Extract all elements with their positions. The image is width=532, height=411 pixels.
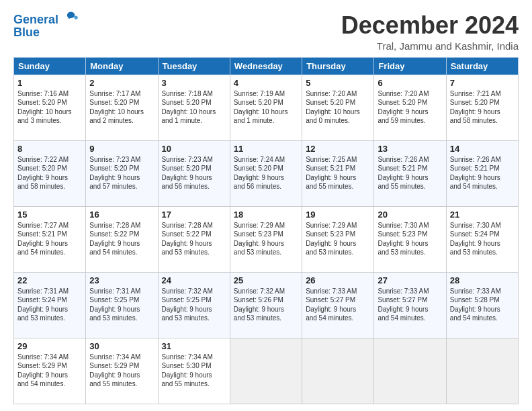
day-detail: Sunrise: 7:26 AM Sunset: 5:21 PM Dayligh…	[378, 155, 442, 191]
logo-text: General	[13, 13, 58, 27]
day-number: 2	[89, 78, 154, 88]
table-row	[230, 338, 302, 404]
day-number: 9	[89, 144, 154, 154]
day-detail: Sunrise: 7:31 AM Sunset: 5:25 PM Dayligh…	[89, 287, 154, 323]
day-number: 8	[17, 144, 82, 154]
logo-bird-icon	[60, 9, 79, 28]
day-number: 11	[234, 144, 298, 154]
table-row: 26Sunrise: 7:33 AM Sunset: 5:27 PM Dayli…	[302, 272, 374, 338]
day-number: 6	[378, 78, 442, 88]
table-row: 4Sunrise: 7:19 AM Sunset: 5:20 PM Daylig…	[230, 75, 302, 140]
day-number: 16	[89, 210, 154, 220]
day-detail: Sunrise: 7:20 AM Sunset: 5:20 PM Dayligh…	[306, 89, 370, 126]
col-friday: Friday	[374, 57, 446, 75]
col-sunday: Sunday	[14, 57, 86, 75]
col-monday: Monday	[86, 57, 158, 75]
day-number: 13	[378, 144, 442, 154]
table-row: 24Sunrise: 7:32 AM Sunset: 5:25 PM Dayli…	[158, 272, 230, 338]
day-detail: Sunrise: 7:34 AM Sunset: 5:29 PM Dayligh…	[17, 353, 82, 389]
day-number: 4	[234, 78, 298, 88]
day-number: 27	[378, 275, 442, 285]
day-detail: Sunrise: 7:22 AM Sunset: 5:20 PM Dayligh…	[17, 155, 82, 191]
day-detail: Sunrise: 7:29 AM Sunset: 5:23 PM Dayligh…	[306, 221, 370, 257]
table-row: 15Sunrise: 7:27 AM Sunset: 5:21 PM Dayli…	[14, 206, 86, 272]
day-number: 28	[450, 275, 515, 285]
day-number: 24	[162, 275, 226, 285]
day-detail: Sunrise: 7:31 AM Sunset: 5:24 PM Dayligh…	[17, 287, 82, 323]
table-row: 1Sunrise: 7:16 AM Sunset: 5:20 PM Daylig…	[14, 75, 86, 140]
day-number: 20	[378, 210, 442, 220]
day-number: 14	[450, 144, 515, 154]
day-detail: Sunrise: 7:25 AM Sunset: 5:21 PM Dayligh…	[306, 155, 370, 191]
day-detail: Sunrise: 7:28 AM Sunset: 5:22 PM Dayligh…	[89, 221, 154, 257]
day-detail: Sunrise: 7:18 AM Sunset: 5:20 PM Dayligh…	[162, 89, 226, 126]
table-row: 23Sunrise: 7:31 AM Sunset: 5:25 PM Dayli…	[86, 272, 158, 338]
col-saturday: Saturday	[446, 57, 518, 75]
table-row: 11Sunrise: 7:24 AM Sunset: 5:20 PM Dayli…	[230, 140, 302, 206]
calendar-table: Sunday Monday Tuesday Wednesday Thursday…	[13, 57, 519, 404]
table-row: 13Sunrise: 7:26 AM Sunset: 5:21 PM Dayli…	[374, 140, 446, 206]
table-row: 7Sunrise: 7:21 AM Sunset: 5:20 PM Daylig…	[446, 75, 518, 140]
table-row: 3Sunrise: 7:18 AM Sunset: 5:20 PM Daylig…	[158, 75, 230, 140]
day-number: 25	[234, 275, 298, 285]
title-block: December 2024 Tral, Jammu and Kashmir, I…	[341, 12, 519, 52]
calendar-header-row: Sunday Monday Tuesday Wednesday Thursday…	[14, 57, 519, 75]
day-number: 5	[306, 78, 370, 88]
table-row: 10Sunrise: 7:23 AM Sunset: 5:20 PM Dayli…	[158, 140, 230, 206]
day-number: 22	[17, 275, 82, 285]
col-tuesday: Tuesday	[158, 57, 230, 75]
table-row: 29Sunrise: 7:34 AM Sunset: 5:29 PM Dayli…	[14, 338, 86, 404]
day-detail: Sunrise: 7:30 AM Sunset: 5:23 PM Dayligh…	[378, 221, 442, 257]
table-row: 31Sunrise: 7:34 AM Sunset: 5:30 PM Dayli…	[158, 338, 230, 404]
day-number: 23	[89, 275, 154, 285]
day-number: 3	[162, 78, 226, 88]
day-detail: Sunrise: 7:23 AM Sunset: 5:20 PM Dayligh…	[162, 155, 226, 191]
table-row: 6Sunrise: 7:20 AM Sunset: 5:20 PM Daylig…	[374, 75, 446, 140]
day-detail: Sunrise: 7:28 AM Sunset: 5:22 PM Dayligh…	[162, 221, 226, 257]
day-detail: Sunrise: 7:30 AM Sunset: 5:24 PM Dayligh…	[450, 221, 515, 257]
table-row: 19Sunrise: 7:29 AM Sunset: 5:23 PM Dayli…	[302, 206, 374, 272]
table-row: 16Sunrise: 7:28 AM Sunset: 5:22 PM Dayli…	[86, 206, 158, 272]
table-row: 12Sunrise: 7:25 AM Sunset: 5:21 PM Dayli…	[302, 140, 374, 206]
day-detail: Sunrise: 7:33 AM Sunset: 5:27 PM Dayligh…	[306, 287, 370, 323]
day-number: 10	[162, 144, 226, 154]
day-number: 29	[17, 341, 82, 351]
day-detail: Sunrise: 7:23 AM Sunset: 5:20 PM Dayligh…	[89, 155, 154, 191]
table-row: 21Sunrise: 7:30 AM Sunset: 5:24 PM Dayli…	[446, 206, 518, 272]
calendar-title: December 2024	[341, 12, 519, 39]
table-row: 30Sunrise: 7:34 AM Sunset: 5:29 PM Dayli…	[86, 338, 158, 404]
day-detail: Sunrise: 7:24 AM Sunset: 5:20 PM Dayligh…	[234, 155, 298, 191]
table-row: 18Sunrise: 7:29 AM Sunset: 5:23 PM Dayli…	[230, 206, 302, 272]
day-number: 7	[450, 78, 515, 88]
day-number: 30	[89, 341, 154, 351]
day-number: 1	[17, 78, 82, 88]
table-row: 5Sunrise: 7:20 AM Sunset: 5:20 PM Daylig…	[302, 75, 374, 140]
table-row: 17Sunrise: 7:28 AM Sunset: 5:22 PM Dayli…	[158, 206, 230, 272]
table-row: 9Sunrise: 7:23 AM Sunset: 5:20 PM Daylig…	[86, 140, 158, 206]
col-wednesday: Wednesday	[230, 57, 302, 75]
day-number: 26	[306, 275, 370, 285]
table-row: 2Sunrise: 7:17 AM Sunset: 5:20 PM Daylig…	[86, 75, 158, 140]
logo: General Blue	[13, 12, 79, 40]
table-row	[446, 338, 518, 404]
day-detail: Sunrise: 7:19 AM Sunset: 5:20 PM Dayligh…	[234, 89, 298, 126]
day-detail: Sunrise: 7:16 AM Sunset: 5:20 PM Dayligh…	[17, 89, 82, 126]
table-row: 14Sunrise: 7:26 AM Sunset: 5:21 PM Dayli…	[446, 140, 518, 206]
day-number: 12	[306, 144, 370, 154]
calendar-week-row: 8Sunrise: 7:22 AM Sunset: 5:20 PM Daylig…	[14, 140, 519, 206]
day-detail: Sunrise: 7:29 AM Sunset: 5:23 PM Dayligh…	[234, 221, 298, 257]
day-number: 21	[450, 210, 515, 220]
day-number: 19	[306, 210, 370, 220]
calendar-week-row: 15Sunrise: 7:27 AM Sunset: 5:21 PM Dayli…	[14, 206, 519, 272]
table-row	[302, 338, 374, 404]
table-row: 27Sunrise: 7:33 AM Sunset: 5:27 PM Dayli…	[374, 272, 446, 338]
day-detail: Sunrise: 7:17 AM Sunset: 5:20 PM Dayligh…	[89, 89, 154, 126]
day-number: 15	[17, 210, 82, 220]
header: General Blue December 2024 Tral, Jammu a…	[13, 12, 519, 52]
day-number: 17	[162, 210, 226, 220]
day-number: 31	[162, 341, 226, 351]
table-row: 8Sunrise: 7:22 AM Sunset: 5:20 PM Daylig…	[14, 140, 86, 206]
calendar-week-row: 1Sunrise: 7:16 AM Sunset: 5:20 PM Daylig…	[14, 75, 519, 140]
day-detail: Sunrise: 7:26 AM Sunset: 5:21 PM Dayligh…	[450, 155, 515, 191]
table-row: 20Sunrise: 7:30 AM Sunset: 5:23 PM Dayli…	[374, 206, 446, 272]
